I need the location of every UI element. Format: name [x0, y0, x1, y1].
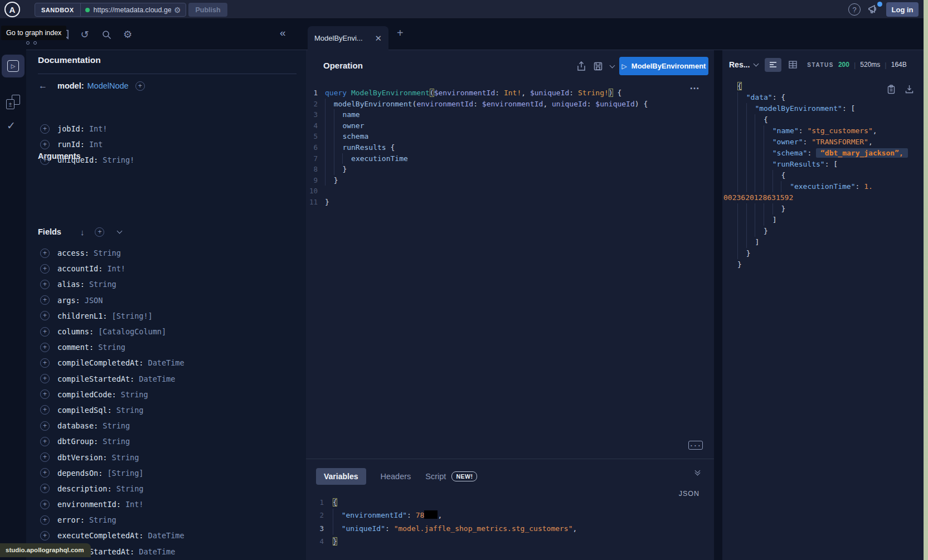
field-row[interactable]: +dbtVersion: String [26, 449, 306, 465]
download-response-icon[interactable] [905, 85, 914, 94]
announcements-icon[interactable] [867, 3, 882, 16]
field-type[interactable]: String [116, 390, 148, 399]
field-type[interactable]: String [112, 484, 144, 493]
table-view-toggle[interactable] [786, 58, 799, 72]
endpoint-url-input[interactable]: https://metadata.cloud.get ⚙ [81, 3, 186, 16]
field-row[interactable]: +compileCompletedAt: DateTime [26, 355, 306, 371]
field-type[interactable]: Int! [85, 124, 108, 133]
add-field-icon[interactable]: + [40, 343, 50, 352]
field-type[interactable]: DateTime [143, 358, 184, 367]
argument-row[interactable]: +jobId: Int! [26, 121, 306, 137]
sandbox-badge[interactable]: SANDBOX [35, 3, 81, 16]
add-field-icon[interactable]: + [40, 484, 50, 493]
add-field-icon[interactable]: + [40, 437, 50, 446]
raw-view-toggle[interactable] [765, 58, 781, 72]
field-row[interactable]: +columns: [CatalogColumn] [26, 324, 306, 339]
publish-button[interactable]: Publish [188, 3, 227, 17]
field-row[interactable]: +compileStartedAt: DateTime [26, 371, 306, 387]
add-field-icon[interactable]: + [40, 311, 50, 320]
field-row[interactable]: +compiledSql: String [26, 402, 306, 418]
field-type[interactable]: String [112, 406, 144, 415]
field-row[interactable]: +database: String [26, 418, 306, 434]
graph-index-icon[interactable] [26, 41, 37, 45]
field-row[interactable]: +comment: String [26, 339, 306, 355]
add-field-icon[interactable]: + [40, 515, 50, 525]
field-row[interactable]: +dbtGroup: String [26, 434, 306, 449]
add-field-icon[interactable]: + [40, 468, 50, 478]
add-field-icon[interactable]: + [40, 500, 50, 509]
add-field-icon[interactable]: + [40, 531, 50, 540]
add-all-fields-icon[interactable]: + [95, 227, 104, 237]
variables-editor[interactable]: 1{2"environmentId": 78,3"uniqueId": "mod… [306, 496, 714, 560]
add-field-icon[interactable]: + [40, 358, 50, 368]
apollo-logo[interactable]: A [4, 2, 20, 17]
field-row[interactable]: +childrenL1: [String!] [26, 308, 306, 324]
collapse-panel-button[interactable]: « [280, 27, 286, 39]
response-dropdown-chevron-icon[interactable] [754, 61, 759, 67]
field-row[interactable]: +error: String [26, 512, 306, 528]
add-field-icon[interactable]: + [40, 124, 50, 134]
response-title[interactable]: Res... [729, 60, 750, 69]
tab-script[interactable]: ScriptNEW! [425, 471, 477, 481]
field-row[interactable]: +accountId: Int! [26, 261, 306, 276]
field-type[interactable]: JSON [80, 296, 103, 305]
rail-explorer-button[interactable]: ▷ [2, 55, 25, 77]
field-type[interactable]: String [98, 437, 130, 446]
rail-collections-button[interactable]: ± [6, 95, 20, 109]
add-field-icon[interactable]: + [40, 421, 50, 431]
save-dropdown-chevron-icon[interactable] [610, 62, 615, 68]
add-field-icon[interactable]: + [40, 389, 50, 399]
tab-headers[interactable]: Headers [381, 472, 411, 481]
argument-row[interactable]: +runId: Int [26, 137, 306, 152]
copy-response-icon[interactable] [887, 85, 895, 94]
back-arrow-icon[interactable]: ← [38, 81, 52, 91]
field-type[interactable]: DateTime [143, 531, 184, 540]
field-type[interactable]: Int! [103, 264, 125, 273]
breadcrumb-type-link[interactable]: ModelNode [88, 81, 129, 90]
field-type[interactable]: [String!] [107, 311, 152, 320]
settings-gear-icon[interactable]: ⚙ [122, 29, 133, 40]
rail-checklist-button[interactable]: ✓ [7, 119, 16, 132]
operation-editor[interactable]: 1query ModelByEnvironment($environmentId… [306, 82, 714, 433]
tab-variables[interactable]: Variables [316, 468, 366, 485]
sort-down-icon[interactable]: ↓ [80, 227, 85, 237]
field-row[interactable]: +description: String [26, 481, 306, 496]
add-field-icon[interactable]: + [40, 280, 50, 289]
chevron-down-icon[interactable] [117, 228, 123, 234]
run-operation-button[interactable]: ▷ ModelByEnvironment [619, 57, 708, 75]
operation-tab[interactable]: ModelByEnvi... ✕ [308, 26, 388, 50]
field-row[interactable]: +environmentId: Int! [26, 496, 306, 512]
field-type[interactable]: String [85, 280, 116, 289]
field-row[interactable]: +access: String [26, 245, 306, 261]
field-type[interactable]: DateTime [134, 374, 175, 383]
help-icon[interactable]: ? [848, 3, 861, 16]
new-tab-button[interactable]: + [397, 27, 404, 40]
field-type[interactable]: Int! [121, 500, 144, 509]
field-row[interactable]: +compiledCode: String [26, 387, 306, 402]
collapse-panel-double-chevron-icon[interactable] [696, 470, 699, 475]
add-field-icon[interactable]: + [40, 374, 50, 383]
field-row[interactable]: +args: JSON [26, 293, 306, 308]
field-type[interactable]: String [94, 343, 125, 352]
history-icon[interactable]: ↺ [79, 29, 90, 40]
connection-settings-gear-icon[interactable]: ⚙ [174, 6, 181, 14]
field-type[interactable]: String [107, 453, 139, 462]
field-type[interactable]: String! [98, 155, 134, 164]
save-icon[interactable] [594, 62, 603, 71]
add-field-icon[interactable]: + [40, 295, 50, 305]
add-field-icon[interactable]: + [40, 452, 50, 462]
argument-row[interactable]: +uniqueId: String! [26, 152, 306, 168]
add-field-icon[interactable]: + [40, 405, 50, 415]
search-icon[interactable] [101, 29, 112, 40]
field-type[interactable]: DateTime [134, 547, 175, 556]
field-row[interactable]: +dependsOn: [String] [26, 465, 306, 481]
add-field-icon[interactable]: + [40, 249, 50, 258]
field-row[interactable]: +alias: String [26, 276, 306, 292]
field-type[interactable]: String [85, 515, 116, 524]
field-type[interactable]: Int [85, 140, 103, 149]
field-row[interactable]: +executeCompletedAt: DateTime [26, 528, 306, 543]
add-field-icon[interactable]: + [40, 140, 50, 149]
field-type[interactable]: String [98, 421, 130, 430]
field-type[interactable]: String [89, 249, 121, 257]
field-type[interactable]: [String] [103, 469, 143, 478]
